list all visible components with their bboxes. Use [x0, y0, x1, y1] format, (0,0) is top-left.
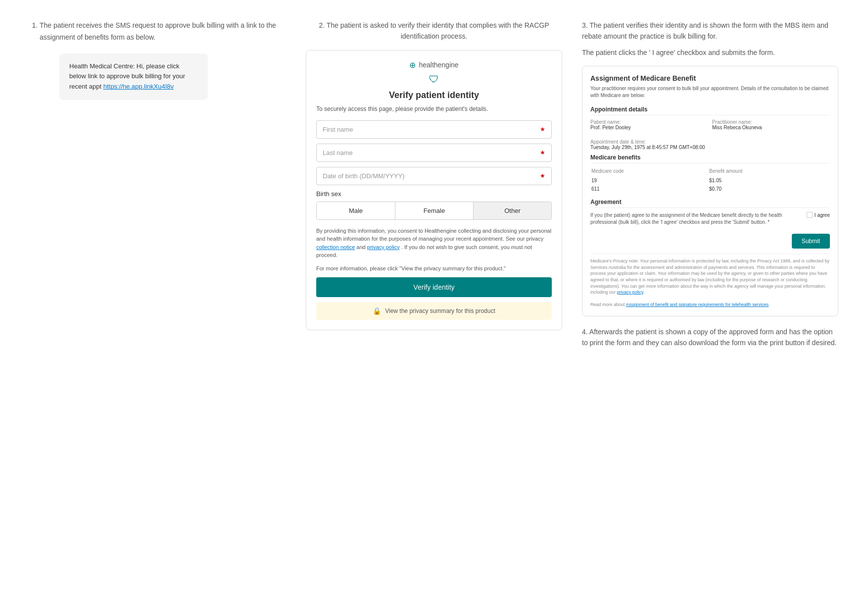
- medicare-card-subtitle: Your practitioner requires your consent …: [590, 85, 830, 99]
- medicare-code-cell: 611: [591, 185, 708, 193]
- verify-form-subtitle: To securely access this page, please pro…: [316, 105, 552, 112]
- step4-text: 4. Afterwards the patient is shown a cop…: [582, 326, 838, 349]
- medicare-privacy: Medicare's Privacy note: Your personal i…: [590, 254, 830, 308]
- patient-name-block: Patient name: Prof. Peter Dooley: [590, 119, 708, 130]
- he-logo-icon: ⊕: [409, 60, 416, 70]
- benefit-amount-cell: $0.70: [709, 185, 829, 193]
- dob-required: ★: [540, 172, 545, 179]
- patient-name-value: Prof. Peter Dooley: [590, 125, 708, 130]
- benefit-amount-cell: $1.05: [709, 177, 829, 184]
- healthengine-logo: ⊕ healthengine: [316, 60, 552, 70]
- read-more-text: Read more about: [590, 302, 625, 307]
- medicare-card-title: Assignment of Medicare Benefit: [590, 74, 830, 82]
- he-logo-text: healthengine: [419, 61, 458, 69]
- step2-heading: 2. The patient is asked to verify their …: [306, 20, 562, 42]
- dob-placeholder: Date of birth (DD/MM/YYYY): [323, 172, 404, 180]
- appt-date-label: Appointment date & time:: [590, 139, 830, 145]
- submit-button[interactable]: Submit: [792, 234, 830, 249]
- step1-text: The patient receives the SMS request to …: [40, 21, 276, 41]
- sms-link[interactable]: https://he.app.linkXu4I8v: [103, 83, 174, 90]
- medicare-privacy-link[interactable]: privacy policy: [617, 290, 643, 295]
- verify-identity-button[interactable]: Verify identity: [316, 277, 552, 297]
- privacy-summary-bar[interactable]: 🔒 View the privacy summary for this prod…: [316, 302, 552, 320]
- medicare-code-cell: 19: [591, 177, 708, 184]
- patient-name-label: Patient name:: [590, 119, 708, 125]
- birth-sex-options: Male Female Other: [316, 202, 552, 220]
- last-name-field[interactable]: Last name ★: [316, 144, 552, 162]
- read-more-link[interactable]: Assignment of benefit and signature requ…: [626, 302, 769, 307]
- privacy-summary-text: View the privacy summary for this produc…: [385, 307, 495, 314]
- sex-option-other[interactable]: Other: [473, 202, 551, 219]
- medicare-code-header: Medicare code: [591, 168, 708, 176]
- last-name-required: ★: [540, 149, 545, 156]
- privacy-icon: 🔒: [373, 307, 381, 315]
- agreement-text: If you (the patient) agree to the assign…: [590, 212, 803, 226]
- more-info-text: For more information, please click "View…: [316, 264, 552, 273]
- step3-text: 3. The patient verifies their identity a…: [582, 20, 838, 42]
- medicare-card: Assignment of Medicare Benefit Your prac…: [582, 66, 838, 316]
- appt-date-value: Tuesday, July 29th, 1975 at 8:45:57 PM G…: [590, 145, 830, 150]
- first-name-field[interactable]: First name ★: [316, 120, 552, 139]
- first-name-placeholder: First name: [323, 126, 353, 133]
- shield-icon: 🛡: [316, 74, 552, 85]
- verify-form-title: Verify patient identity: [316, 90, 552, 101]
- column-1: The patient receives the SMS request to …: [30, 20, 286, 100]
- agreement-section-title: Agreement: [590, 199, 830, 208]
- practitioner-label: Practitioner name:: [712, 119, 830, 125]
- agreement-section: If you (the patient) agree to the assign…: [590, 212, 830, 249]
- column-2: 2. The patient is asked to verify their …: [306, 20, 562, 330]
- i-agree-checkbox[interactable]: I agree: [807, 212, 830, 218]
- sms-bubble: Health Medical Centre: Hi, please click …: [59, 53, 208, 100]
- medicare-section-title: Medicare benefits: [590, 154, 830, 163]
- consent-and: and: [356, 244, 365, 250]
- i-agree-label: I agree: [815, 212, 830, 218]
- first-name-required: ★: [540, 126, 545, 133]
- birth-sex-label: Birth sex: [316, 190, 552, 198]
- collection-notice-link[interactable]: collection notice: [316, 244, 355, 250]
- column-3: 3. The patient verifies their identity a…: [582, 20, 838, 349]
- step3-text2: The patient clicks the ' I agree' checkb…: [582, 47, 838, 58]
- medicare-table: Medicare code Benefit amount 19$1.05611$…: [590, 167, 830, 194]
- sex-option-female[interactable]: Female: [395, 202, 473, 219]
- appt-section-title: Appointment details: [590, 106, 830, 115]
- sex-option-male[interactable]: Male: [317, 202, 395, 219]
- consent-text-1: By providing this information, you conse…: [316, 228, 551, 242]
- table-row: 611$0.70: [591, 185, 829, 193]
- dob-field[interactable]: Date of birth (DD/MM/YYYY) ★: [316, 167, 552, 185]
- appt-date-block: Appointment date & time: Tuesday, July 2…: [590, 139, 830, 150]
- practitioner-name-block: Practitioner name: Miss Rebeca Okuneva: [712, 119, 830, 130]
- privacy-policy-link[interactable]: privacy policy: [367, 244, 400, 250]
- verify-card: ⊕ healthengine 🛡 Verify patient identity…: [306, 50, 562, 331]
- benefit-amount-header: Benefit amount: [709, 168, 829, 176]
- consent-text: By providing this information, you conse…: [316, 227, 552, 259]
- practitioner-value: Miss Rebeca Okuneva: [712, 125, 830, 130]
- table-row: 19$1.05: [591, 177, 829, 184]
- checkbox-box[interactable]: [807, 212, 813, 218]
- last-name-placeholder: Last name: [323, 149, 353, 156]
